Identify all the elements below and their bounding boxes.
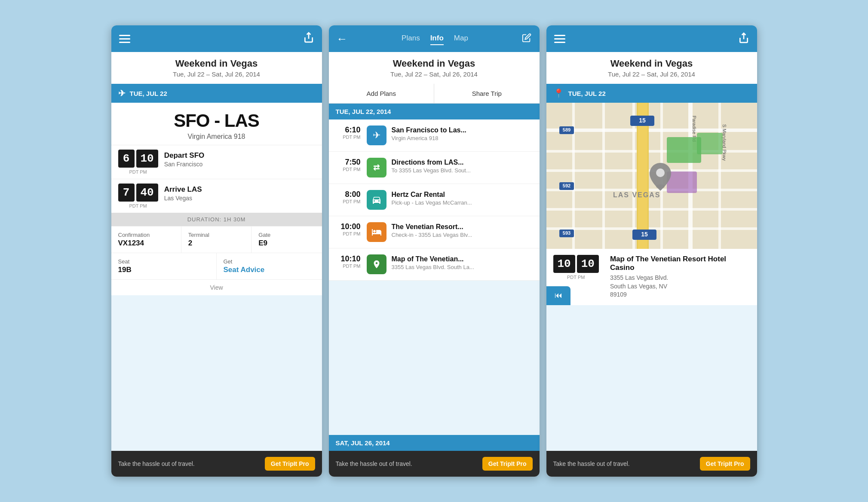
nav-tabs: Plans Info Map [402, 32, 468, 45]
plan-item-2[interactable]: 8:00 PDT PM Hertz Car Rental Pick-up - L… [329, 184, 540, 216]
tab-plans[interactable]: Plans [402, 32, 420, 45]
depart-pdt: PDT PM [129, 169, 147, 174]
svg-rect-10 [602, 103, 605, 249]
map-area[interactable]: 15 Paradise Rd S Maryland Pkwy 589 592 5… [546, 103, 757, 249]
back-icon[interactable]: ← [337, 32, 348, 46]
section-date-3: SAT, JUL 26, 2014 [336, 439, 390, 447]
plan-time-0: 6:10 PDT PM [336, 126, 361, 140]
svg-rect-14 [718, 103, 721, 249]
plan-items-list: 6:10 PDT PM ✈ San Francisco to Las... Vi… [329, 119, 540, 435]
arrive-pdt: PDT PM [129, 203, 147, 208]
banner-btn-1[interactable]: Get TripIt Pro [265, 457, 315, 471]
arrive-label-col: Arrive LAS Las Vegas [164, 184, 315, 202]
banner-text-3: Take the hassle out of travel. [553, 460, 630, 467]
banner-btn-3[interactable]: Get TripIt Pro [700, 457, 750, 471]
plan-item-4[interactable]: 10:10 PDT PM Map of The Venetian... 3355… [329, 248, 540, 281]
plan-time-4: 10:10 PDT PM [336, 254, 361, 269]
nav-bar-2: ← Plans Info Map [329, 25, 540, 52]
trip-dates-1: Tue, Jul 22 – Sat, Jul 26, 2014 [116, 70, 318, 78]
map-info-title: Map of The Venetian Resort Hotel Casino [610, 255, 750, 272]
share-icon-3[interactable] [738, 32, 749, 45]
svg-text:593: 593 [562, 230, 570, 236]
depart-row: 6 10 PDT PM Depart SFO San Francisco [111, 145, 322, 179]
bottom-banner-3: Take the hassle out of travel. Get TripI… [546, 451, 757, 477]
map-hour: 10 [553, 255, 575, 273]
info-grid: Confirmation VX1234 Terminal 2 Gate E9 [111, 226, 322, 253]
plan-time-1: 7:50 PDT PM [336, 158, 361, 172]
depart-min: 10 [136, 150, 158, 168]
trip-dates-3: Tue, Jul 22 – Sat, Jul 26, 2014 [551, 70, 753, 78]
trip-title-1: Weekend in Vegas [116, 58, 318, 69]
svg-rect-22 [697, 133, 723, 154]
depart-label-col: Depart SFO San Francisco [164, 150, 315, 168]
section-date-2: TUE, JUL 22, 2014 [336, 108, 391, 115]
plan-icon-0: ✈ [367, 126, 386, 145]
svg-point-34 [656, 168, 665, 177]
flight-main: SFO - LAS Virgin America 918 [111, 103, 322, 145]
banner-text-1: Take the hassle out of travel. [118, 460, 195, 467]
plan-icon-3 [367, 222, 386, 242]
share-trip-btn[interactable]: Share Trip [434, 84, 540, 103]
get-seat-label: Get [224, 258, 315, 265]
plan-text-1: Directions from LAS... To 3355 Las Vegas… [392, 158, 533, 174]
plan-item-3[interactable]: 10:00 PDT PM The Venetian Resort... Chec… [329, 216, 540, 248]
map-min: 10 [577, 255, 599, 273]
arrive-label: Arrive LAS [164, 185, 315, 194]
map-info-address: 3355 Las Vegas Blvd. South Las Vegas, NV… [610, 274, 750, 299]
plan-item-1[interactable]: 7:50 PDT PM ⇄ Directions from LAS... To … [329, 152, 540, 184]
depart-city: San Francisco [164, 161, 315, 168]
confirmation-cell: Confirmation VX1234 [111, 227, 181, 253]
add-plans-btn[interactable]: Add Plans [329, 84, 435, 103]
map-time-pdt: PDT PM [567, 275, 585, 280]
trip-header-2: Weekend in Vegas Tue, Jul 22 – Sat, Jul … [329, 52, 540, 84]
duration-bar: DURATION: 1H 30M [111, 213, 322, 226]
seat-advice-cell[interactable]: Get Seat Advice [217, 253, 322, 279]
plan-icon-2 [367, 190, 386, 210]
bottom-banner-2: Take the hassle out of travel. Get TripI… [329, 451, 540, 477]
plan-text-4: Map of The Venetian... 3355 Las Vegas Bl… [392, 254, 533, 270]
panel-flight-detail: Weekend in Vegas Tue, Jul 22 – Sat, Jul … [111, 25, 322, 477]
depart-hour: 6 [118, 150, 135, 168]
map-info-area: 10 10 PDT PM Map of The Venetian Resort … [546, 249, 757, 305]
pin-icon: 📍 [553, 88, 564, 98]
plan-time-2: 8:00 PDT PM [336, 190, 361, 204]
plan-text-2: Hertz Car Rental Pick-up - Las Vegas McC… [392, 190, 533, 206]
svg-rect-7 [546, 208, 757, 211]
view-more[interactable]: View [111, 279, 322, 295]
tab-map[interactable]: Map [454, 32, 468, 45]
arrive-city: Las Vegas [164, 195, 315, 202]
rewind-button[interactable]: ⏮ [546, 286, 570, 305]
bottom-banner-1: Take the hassle out of travel. Get TripI… [111, 451, 322, 477]
map-info: Map of The Venetian Resort Hotel Casino … [610, 255, 750, 299]
map-time-row: 10 10 PDT PM Map of The Venetian Resort … [546, 249, 757, 305]
trip-dates-2: Tue, Jul 22 – Sat, Jul 26, 2014 [333, 70, 535, 78]
edit-icon[interactable] [522, 33, 531, 45]
section-date-map: TUE, JUL 22 [568, 90, 606, 97]
svg-text:589: 589 [562, 127, 570, 132]
plan-item-0[interactable]: 6:10 PDT PM ✈ San Francisco to Las... Vi… [329, 119, 540, 152]
banner-btn-2[interactable]: Get TripIt Pro [482, 457, 533, 471]
plan-icon-1: ⇄ [367, 158, 386, 178]
hamburger-icon[interactable] [119, 35, 130, 43]
trip-header-1: Weekend in Vegas Tue, Jul 22 – Sat, Jul … [111, 52, 322, 84]
seat-grid: Seat 19B Get Seat Advice [111, 253, 322, 279]
plan-text-0: San Francisco to Las... Virgin America 9… [392, 126, 533, 141]
trip-title-2: Weekend in Vegas [333, 58, 535, 69]
hamburger-icon-3[interactable] [554, 35, 565, 43]
section-header-map: 📍 TUE, JUL 22 [546, 84, 757, 103]
section-header-1: ✈ TUE, JUL 22 [111, 84, 322, 103]
svg-text:15: 15 [641, 231, 648, 238]
gate-cell: Gate E9 [252, 227, 322, 253]
flight-route: SFO - LAS [116, 110, 318, 131]
tab-info[interactable]: Info [430, 32, 444, 45]
seat-advice-value: Seat Advice [224, 266, 315, 274]
svg-rect-23 [667, 171, 697, 193]
section-date-1: TUE, JUL 22 [130, 90, 167, 97]
arrive-min: 40 [136, 184, 158, 202]
seat-cell: Seat 19B [111, 253, 217, 279]
plan-time-3: 10:00 PDT PM [336, 222, 361, 236]
svg-rect-9 [572, 103, 575, 249]
panel-plans: ← Plans Info Map Weekend in Vegas Tue, J… [329, 25, 540, 477]
svg-text:LAS VEGAS: LAS VEGAS [613, 191, 660, 199]
share-icon[interactable] [303, 32, 314, 46]
